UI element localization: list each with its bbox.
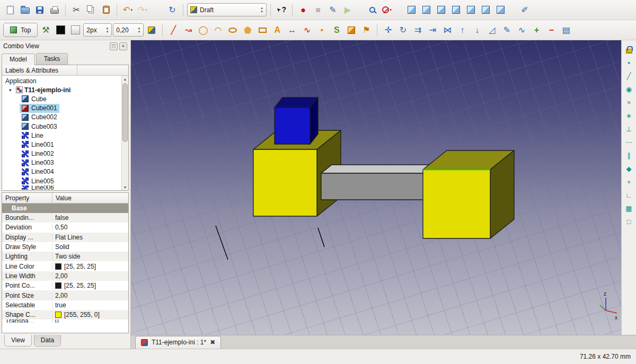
property-row[interactable]: Selectable true [2, 300, 128, 310]
tree-item-document[interactable]: ▾ T11-ejemplo-ini [2, 85, 121, 94]
draft-ellipse-button[interactable] [226, 23, 240, 37]
tree-scrollbar[interactable]: ▲ ▼ [121, 76, 128, 190]
draft-line-object-1[interactable] [216, 226, 228, 260]
macro-play-button[interactable]: ▶ [341, 3, 355, 17]
view-isometric-button[interactable] [404, 3, 418, 17]
document-tab[interactable]: T11-ejemplo-ini : 1* ✖ [135, 336, 221, 349]
offset-button[interactable]: ⇉ [411, 23, 425, 37]
move-button[interactable]: ✛ [381, 23, 395, 37]
refresh-button[interactable]: ↻ [165, 3, 179, 17]
tree-item[interactable]: Line001 [2, 140, 121, 149]
draft-bezier-button[interactable]: S [330, 23, 343, 37]
snap-special-button[interactable]: ◆ [623, 163, 635, 175]
tree-item[interactable]: Line [2, 131, 121, 140]
wire-to-bspline-button[interactable]: ∿ [515, 23, 528, 37]
draft-circle-button[interactable]: ◯ [196, 23, 210, 37]
tree-item-application[interactable]: Application [2, 76, 121, 85]
draft-line-button[interactable]: ╱ [166, 23, 180, 37]
left-cube-front-face[interactable] [253, 149, 317, 216]
property-row[interactable]: Transpa... 0 [2, 319, 128, 323]
draft-wire-button[interactable]: ↝ [181, 23, 195, 37]
upgrade-button[interactable]: ↑ [455, 23, 469, 37]
property-group-base[interactable]: Base [2, 203, 128, 213]
property-row[interactable]: Lighting Two side [2, 252, 128, 261]
draft-bspline-button[interactable]: ∿ [300, 23, 314, 37]
rotate-button[interactable]: ↻ [396, 23, 410, 37]
right-cube-front-face[interactable] [423, 170, 490, 238]
snap-endpoint-button[interactable]: ▪ [623, 57, 635, 69]
tree-item[interactable]: Cube002 [2, 113, 121, 122]
draft-dimension-button[interactable]: ↔ [285, 23, 299, 37]
macro-record-button[interactable]: ● [296, 3, 310, 17]
remove-point-button[interactable]: − [544, 23, 558, 37]
fit-all-button[interactable] [365, 3, 379, 17]
tab-data[interactable]: Data [34, 335, 61, 347]
snap-extension-button[interactable]: ⋯ [623, 136, 635, 148]
expander-icon[interactable]: ▾ [9, 87, 14, 93]
snap-grid-button[interactable]: ▦ [623, 202, 635, 215]
join-button[interactable]: ⋈ [440, 23, 454, 37]
cut-button[interactable]: ✂ [69, 3, 83, 17]
close-panel-button[interactable]: × [119, 42, 127, 50]
tree-item[interactable]: Line002 [2, 149, 121, 158]
measure-distance-button[interactable]: ✐ [518, 3, 532, 17]
add-point-button[interactable]: + [529, 23, 543, 37]
redo-button[interactable]: ↷▾ [136, 3, 149, 17]
property-row[interactable]: Draw Style Solid [2, 242, 128, 252]
scrollbar-track[interactable] [122, 82, 128, 184]
print-button[interactable] [48, 3, 61, 17]
3d-viewport[interactable]: z x [131, 40, 621, 335]
tab-view[interactable]: View [4, 335, 32, 347]
snap-near-button[interactable]: + [623, 176, 635, 188]
snap-ortho-button[interactable]: ∟ [623, 189, 635, 201]
property-row[interactable]: Line Color [25, 25, 25] [2, 261, 128, 271]
draft-line-object-2[interactable] [318, 228, 324, 247]
view-right-button[interactable] [449, 3, 463, 17]
trimex-button[interactable]: ⇥ [426, 23, 439, 37]
tree-header[interactable]: Labels & Attributes [2, 65, 128, 76]
snap-perpendicular-button[interactable]: ⊥ [623, 123, 635, 135]
spin-buttons-icon[interactable]: ▲▼ [260, 6, 263, 14]
view-bottom-button[interactable] [479, 3, 492, 17]
scale-combo[interactable]: 0,20▲▼ [113, 23, 144, 37]
view-rear-button[interactable] [464, 3, 478, 17]
undo-button[interactable]: ↶▾ [121, 3, 135, 17]
tree-item[interactable]: Cube001 [2, 104, 121, 113]
construction-mode-button[interactable]: ⚒ [39, 23, 52, 37]
spin-buttons-icon[interactable]: ▲▼ [137, 26, 140, 34]
view-left-button[interactable] [493, 3, 507, 17]
3d-scene[interactable]: z x [131, 40, 621, 335]
tab-model[interactable]: Model [2, 54, 35, 65]
tree-item[interactable]: Cube [2, 94, 121, 103]
snap-lock-button[interactable] [623, 43, 635, 56]
open-document-button[interactable] [18, 3, 32, 17]
whats-this-button[interactable] [275, 3, 288, 17]
snap-angle-button[interactable]: × [623, 96, 635, 109]
tree-item[interactable]: Cube003 [2, 122, 121, 131]
property-row[interactable]: Point Co... [25, 25, 25] [2, 281, 128, 290]
draw-style-button[interactable]: ▾ [380, 3, 394, 17]
new-document-button[interactable] [3, 3, 17, 17]
beam-top-face[interactable] [321, 165, 434, 173]
snap-midpoint-button[interactable]: ╱ [623, 70, 635, 82]
tree-item[interactable]: Line003 [2, 158, 121, 167]
tree-item[interactable]: Line004 [2, 167, 121, 176]
downgrade-button[interactable]: ↓ [470, 23, 484, 37]
property-row[interactable]: Shape C... [255, 255, 0] [2, 310, 128, 319]
draft-rectangle-button[interactable] [255, 23, 269, 37]
scroll-down-icon[interactable]: ▼ [122, 184, 128, 190]
snap-intersection-button[interactable]: ∗ [623, 110, 635, 122]
snap-working-plane-button[interactable]: □ [623, 216, 635, 228]
scrollbar-thumb[interactable] [122, 83, 128, 142]
view-top-button[interactable] [434, 3, 448, 17]
paste-button[interactable] [99, 3, 113, 17]
property-column-header[interactable]: Property [2, 193, 52, 203]
draft-label-button[interactable]: ⚑ [359, 23, 373, 37]
tree-item[interactable]: Line005 [2, 176, 121, 185]
edit-button[interactable]: ✎ [500, 23, 514, 37]
property-row[interactable]: Boundin... false [2, 213, 128, 223]
beam-front-face[interactable] [321, 173, 423, 200]
scroll-up-icon[interactable]: ▲ [122, 76, 128, 82]
property-row[interactable]: Point Size 2,00 [2, 290, 128, 300]
line-color-swatch[interactable] [54, 23, 67, 37]
